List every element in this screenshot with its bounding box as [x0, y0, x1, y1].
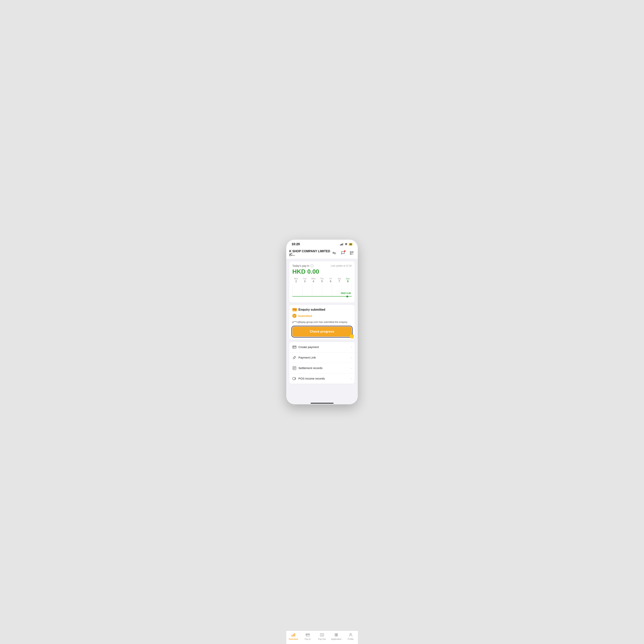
status-label: Submitted — [298, 314, 312, 318]
enquiry-description: p***c@kpay-group.com has submitted the e… — [292, 320, 352, 324]
chat-button[interactable] — [340, 250, 346, 256]
svg-rect-8 — [293, 348, 294, 348]
submitted-check-icon: ✓ — [292, 314, 297, 318]
create-payment-item[interactable]: Create payment › — [289, 342, 355, 352]
day-fri: Fri 6 — [327, 277, 334, 283]
info-icon[interactable]: i — [310, 264, 314, 267]
payin-header: Today's pay-in i Last update at 22:20 — [292, 264, 352, 267]
header-title: K SHOP COMPANY LIMITED (C... — [289, 250, 331, 256]
day-wed: Wed 4 — [310, 277, 317, 283]
payin-label: Today's pay-in i — [292, 264, 314, 267]
battery-icon: 10 — [349, 243, 352, 246]
payin-card: Today's pay-in i Last update at 22:20 HK… — [289, 261, 355, 303]
pos-income-item[interactable]: POS income records › — [289, 373, 355, 384]
chevron-icon: › — [351, 377, 352, 380]
chart-value: HKD 0.00 — [340, 292, 352, 295]
chevron-icon: › — [351, 356, 352, 359]
check-progress-button[interactable]: Check progress — [292, 327, 352, 337]
scan-button[interactable] — [349, 250, 355, 256]
pos-income-icon — [292, 376, 297, 381]
app-header: K SHOP COMPANY LIMITED (C... — [286, 248, 358, 259]
svg-rect-1 — [352, 251, 353, 253]
chart-area: HKD 0.00 — [292, 284, 352, 300]
header-icons — [331, 250, 355, 256]
create-payment-label: Create payment — [298, 345, 319, 349]
last-update: Last update at 22:20 — [331, 264, 352, 267]
menu-list: Create payment › Payment Link › — [289, 342, 355, 384]
wifi-icon — [345, 243, 348, 246]
svg-rect-2 — [350, 253, 351, 255]
create-payment-icon — [292, 345, 297, 349]
chart-dot — [346, 296, 348, 297]
svg-point-13 — [293, 377, 295, 380]
home-bar — [311, 403, 334, 404]
payment-link-icon — [292, 355, 297, 360]
switch-account-button[interactable] — [331, 250, 337, 256]
svg-rect-4 — [293, 309, 297, 310]
svg-rect-0 — [350, 251, 351, 253]
day-thu: Thu 5 — [318, 277, 326, 283]
enquiry-title: Enquiry submitted — [298, 308, 325, 311]
scroll-content: Today's pay-in i Last update at 22:20 HK… — [286, 259, 358, 401]
day-tue: Tue 3 — [301, 277, 309, 283]
week-labels: Mon 2 Tue 3 Wed 4 Thu 5 Fri 6 — [292, 277, 352, 283]
chart-line — [292, 296, 352, 297]
status-time: 10:20 — [292, 242, 300, 246]
chevron-icon: › — [351, 367, 352, 370]
day-sun[interactable]: Sun 8 — [344, 277, 352, 283]
settlement-records-item[interactable]: Settlement records › — [289, 363, 355, 373]
credit-card-icon — [292, 308, 297, 311]
settlement-icon — [292, 366, 297, 370]
day-sat: Sat 7 — [335, 277, 343, 283]
enquiry-card: Enquiry submitted ✓ Submitted p***c@kpay… — [289, 305, 355, 340]
chevron-icon: › — [351, 346, 352, 349]
svg-rect-5 — [293, 310, 294, 310]
payment-link-label: Payment Link — [298, 356, 316, 359]
home-indicator — [286, 401, 358, 404]
settlement-records-label: Settlement records — [298, 366, 322, 370]
svg-rect-7 — [293, 347, 296, 347]
day-mon: Mon 2 — [292, 277, 300, 283]
signal-icon — [340, 243, 343, 245]
payin-amount: HKD 0.00 — [292, 268, 352, 275]
enquiry-title-row: Enquiry submitted — [292, 308, 352, 311]
status-bar: 10:20 10 — [286, 240, 358, 248]
status-icons: 10 — [340, 243, 352, 246]
notification-dot — [344, 250, 346, 252]
status-row: ✓ Submitted — [292, 314, 352, 318]
payment-link-item[interactable]: Payment Link › — [289, 352, 355, 363]
pos-income-label: POS income records — [298, 377, 325, 380]
